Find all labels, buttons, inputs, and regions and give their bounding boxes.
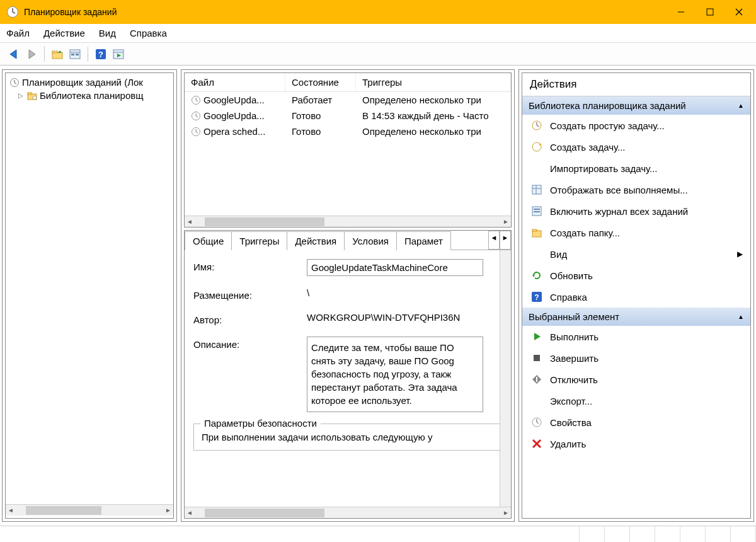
- action-item[interactable]: Удалить: [522, 433, 750, 454]
- action-label: Справка: [550, 292, 587, 303]
- action-icon: [531, 438, 542, 449]
- value-name[interactable]: GoogleUpdateTaskMachineCore: [307, 259, 483, 276]
- action-icon: [531, 331, 542, 342]
- menu-view[interactable]: Вид: [99, 28, 116, 38]
- action-item[interactable]: Вид▶: [522, 243, 750, 265]
- action-item[interactable]: ?Справка: [522, 286, 750, 308]
- collapse-icon[interactable]: ▲: [738, 102, 744, 109]
- svg-marker-11: [58, 50, 62, 53]
- action-item[interactable]: Свойства: [522, 412, 750, 433]
- col-file[interactable]: Файл: [185, 73, 285, 91]
- toolbar: ?: [0, 43, 756, 66]
- action-label: Создать простую задачу...: [550, 120, 665, 131]
- action-item[interactable]: Создать простую задачу...: [522, 115, 750, 136]
- action-label: Отключить: [550, 374, 598, 385]
- svg-text:?: ?: [534, 293, 539, 302]
- tree-root[interactable]: Планировщик заданий (Лок: [6, 76, 173, 89]
- collapse-icon[interactable]: ▲: [738, 313, 744, 320]
- menu-action[interactable]: Действие: [43, 28, 85, 38]
- tab-params[interactable]: Парамет: [396, 231, 451, 250]
- actions-header: Действия: [522, 73, 750, 96]
- value-location: \: [307, 287, 502, 298]
- action-icon: [531, 141, 542, 153]
- action-icon: [531, 205, 542, 217]
- svg-rect-46: [534, 211, 540, 212]
- svg-rect-10: [52, 51, 57, 53]
- app-icon: [6, 6, 19, 18]
- tree-hscrollbar[interactable]: ◄►: [6, 504, 173, 516]
- label-location: Размещение:: [193, 287, 307, 301]
- help-icon[interactable]: ?: [93, 47, 108, 62]
- folder-icon: [27, 91, 37, 101]
- col-triggers[interactable]: Триггеры: [356, 73, 511, 91]
- tabs-strip: Общие Триггеры Действия Условия Парамет …: [185, 231, 511, 250]
- tree-panel: Планировщик заданий (Лок ▷ Библиотека пл…: [2, 69, 177, 522]
- maximize-button[interactable]: [696, 0, 724, 24]
- menu-help[interactable]: Справка: [130, 28, 167, 38]
- task-row[interactable]: Opera sched...ГотовоОпределено несколько…: [185, 124, 511, 139]
- label-author: Автор:: [193, 312, 307, 325]
- action-item[interactable]: Импортировать задачу...: [522, 158, 750, 179]
- center-panel: Файл Состояние Триггеры GoogleUpda...Раб…: [181, 69, 515, 522]
- action-label: Вид: [550, 249, 567, 260]
- tasks-hscrollbar[interactable]: ◄►: [185, 216, 511, 227]
- actions-panel: Действия Библиотека планировщика заданий…: [518, 69, 754, 522]
- security-line: При выполнении задачи использовать следу…: [202, 432, 494, 442]
- clock-icon: [9, 78, 20, 88]
- svg-marker-49: [532, 275, 535, 277]
- menu-file[interactable]: Файл: [6, 28, 30, 38]
- back-button[interactable]: [6, 47, 21, 62]
- folder-up-icon[interactable]: [50, 47, 65, 62]
- action-item[interactable]: Включить журнал всех заданий: [522, 200, 750, 222]
- tab-actions[interactable]: Действия: [287, 231, 345, 250]
- actions-section2-label: Выбранный элемент: [529, 311, 619, 322]
- action-icon: [531, 163, 542, 174]
- action-item[interactable]: Создать папку...: [522, 222, 750, 243]
- security-groupbox: Параметры безопасности При выполнении за…: [193, 424, 502, 451]
- tab-triggers[interactable]: Триггеры: [231, 231, 287, 250]
- tab-conditions[interactable]: Условия: [344, 231, 397, 250]
- forward-button[interactable]: [24, 47, 39, 62]
- properties-icon[interactable]: [67, 47, 83, 62]
- action-item[interactable]: Завершить: [522, 347, 750, 369]
- tab-body-general: Имя: GoogleUpdateTaskMachineCore Размеще…: [185, 250, 511, 507]
- svg-rect-15: [76, 54, 79, 55]
- action-label: Завершить: [550, 353, 598, 364]
- action-label: Отображать все выполняемы...: [550, 185, 688, 195]
- action-item[interactable]: Отключить: [522, 369, 750, 390]
- label-description: Описание:: [193, 337, 307, 350]
- action-icon: [531, 395, 542, 407]
- svg-rect-25: [28, 93, 32, 95]
- task-table: Файл Состояние Триггеры GoogleUpda...Раб…: [185, 73, 511, 139]
- actions-section2-head[interactable]: Выбранный элемент ▲: [522, 308, 750, 326]
- tab-scroll-buttons[interactable]: ◄►: [488, 231, 511, 250]
- action-item[interactable]: Выполнить: [522, 326, 750, 347]
- close-button[interactable]: [724, 0, 753, 24]
- tree-child-row[interactable]: ▷ Библиотека планировщ: [6, 89, 173, 102]
- action-item[interactable]: Обновить: [522, 265, 750, 286]
- run-window-icon[interactable]: [111, 47, 126, 62]
- value-description[interactable]: Следите за тем, чтобы ваше ПО снять эту …: [307, 337, 483, 412]
- col-state[interactable]: Состояние: [285, 73, 356, 91]
- action-icon: [531, 227, 542, 238]
- tab-general[interactable]: Общие: [185, 231, 232, 250]
- task-row[interactable]: GoogleUpda...ГотовоВ 14:53 каждый день -…: [185, 108, 511, 124]
- svg-rect-53: [534, 355, 540, 361]
- action-icon: [531, 184, 542, 195]
- action-label: Удалить: [550, 439, 586, 449]
- actions-section1-head[interactable]: Библиотека планировщика заданий ▲: [522, 96, 750, 115]
- details-vscrollbar[interactable]: [500, 250, 511, 507]
- svg-rect-4: [707, 9, 713, 15]
- details-hscrollbar[interactable]: ◄►: [185, 507, 511, 518]
- svg-marker-8: [29, 50, 35, 59]
- svg-rect-14: [71, 54, 74, 55]
- action-item[interactable]: Создать задачу...: [522, 136, 750, 158]
- actions-section1-label: Библиотека планировщика заданий: [529, 100, 686, 111]
- task-row[interactable]: GoogleUpda...РаботаетОпределено нескольк…: [185, 92, 511, 108]
- action-label: Включить журнал всех заданий: [550, 206, 688, 217]
- action-icon: [531, 120, 542, 131]
- action-item[interactable]: Экспорт...: [522, 390, 750, 412]
- expand-icon[interactable]: ▷: [17, 92, 25, 99]
- action-item[interactable]: Отображать все выполняемы...: [522, 179, 750, 200]
- minimize-button[interactable]: [667, 0, 696, 24]
